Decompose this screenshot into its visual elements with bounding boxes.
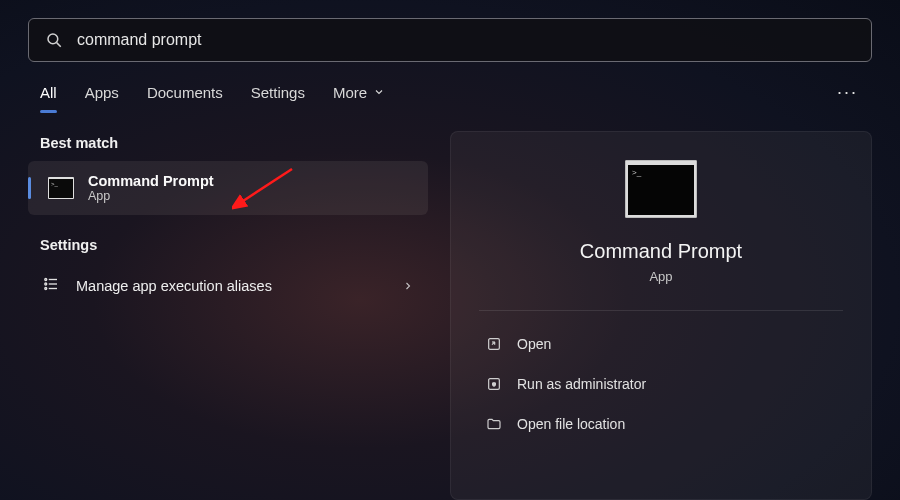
svg-point-0 xyxy=(48,34,58,44)
result-subtitle: App xyxy=(88,189,214,203)
action-label: Run as administrator xyxy=(517,376,646,392)
svg-point-4 xyxy=(45,283,47,285)
results-pane: Best match >_ Command Prompt App Setting… xyxy=(28,131,428,500)
divider xyxy=(479,310,843,311)
section-header-settings: Settings xyxy=(28,233,428,263)
tab-label: More xyxy=(333,84,367,101)
svg-point-6 xyxy=(45,288,47,290)
tab-label: Apps xyxy=(85,84,119,101)
chevron-right-icon xyxy=(402,280,414,292)
folder-icon xyxy=(485,415,503,433)
tab-label: Documents xyxy=(147,84,223,101)
aliases-icon xyxy=(42,275,60,297)
action-run-as-administrator[interactable]: Run as administrator xyxy=(479,365,843,403)
action-open-file-location[interactable]: Open file location xyxy=(479,405,843,443)
admin-shield-icon xyxy=(485,375,503,393)
section-header-best-match: Best match xyxy=(28,131,428,161)
search-bar[interactable] xyxy=(28,18,872,62)
preview-subtitle: App xyxy=(649,269,672,284)
action-label: Open xyxy=(517,336,551,352)
chevron-down-icon xyxy=(373,84,385,101)
preview-title: Command Prompt xyxy=(580,240,742,263)
tab-more[interactable]: More xyxy=(333,80,385,105)
preview-pane: >_ Command Prompt App Open xyxy=(450,131,872,500)
search-input[interactable] xyxy=(77,31,855,49)
tab-label: Settings xyxy=(251,84,305,101)
tab-all[interactable]: All xyxy=(40,80,57,105)
svg-rect-8 xyxy=(489,339,500,350)
result-title: Command Prompt xyxy=(88,173,214,189)
command-prompt-icon-large: >_ xyxy=(625,160,697,218)
tab-documents[interactable]: Documents xyxy=(147,80,223,105)
tab-apps[interactable]: Apps xyxy=(85,80,119,105)
open-icon xyxy=(485,335,503,353)
search-icon xyxy=(45,31,63,49)
best-match-result[interactable]: >_ Command Prompt App xyxy=(28,161,428,215)
tab-settings[interactable]: Settings xyxy=(251,80,305,105)
action-open[interactable]: Open xyxy=(479,325,843,363)
settings-result-title: Manage app execution aliases xyxy=(76,278,272,294)
svg-point-2 xyxy=(45,279,47,281)
command-prompt-icon: >_ xyxy=(48,177,74,199)
settings-result-manage-aliases[interactable]: Manage app execution aliases xyxy=(28,263,428,309)
filter-tabs: All Apps Documents Settings More ··· xyxy=(28,62,872,109)
tab-label: All xyxy=(40,84,57,101)
svg-line-1 xyxy=(57,43,61,47)
action-label: Open file location xyxy=(517,416,625,432)
overflow-menu-button[interactable]: ··· xyxy=(835,82,860,103)
